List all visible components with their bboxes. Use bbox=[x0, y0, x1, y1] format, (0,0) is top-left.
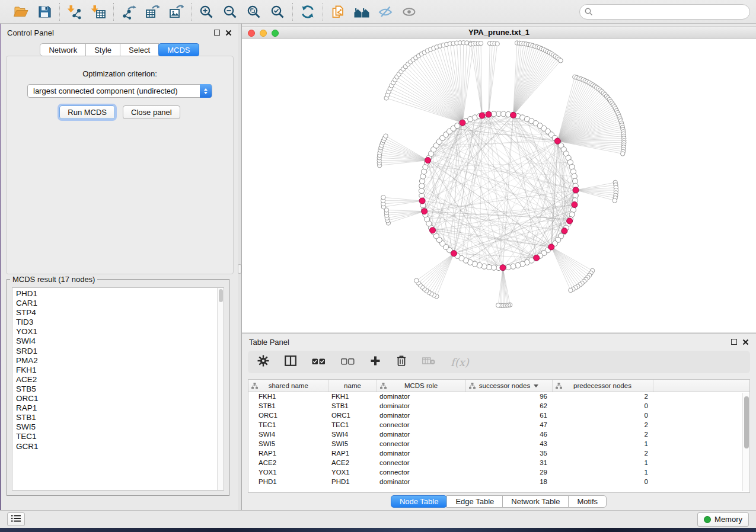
network-window-titlebar[interactable]: YPA_prune.txt_1 bbox=[242, 26, 756, 39]
hub-node[interactable] bbox=[419, 198, 425, 204]
table-row[interactable]: ACE2ACE2connector311 bbox=[248, 458, 750, 467]
mcds-result-item[interactable]: SWI5 bbox=[16, 422, 224, 432]
float-panel-icon[interactable] bbox=[214, 30, 220, 36]
tab-motifs[interactable]: Motifs bbox=[568, 495, 607, 508]
save-session-button[interactable] bbox=[35, 3, 54, 21]
mcds-list-scrollbar[interactable] bbox=[217, 288, 224, 490]
import-table-button[interactable] bbox=[89, 3, 108, 21]
tab-edge-table[interactable]: Edge Table bbox=[446, 495, 503, 508]
duplicate-network-button[interactable] bbox=[328, 3, 347, 21]
export-network-button[interactable] bbox=[119, 3, 138, 21]
hub-node[interactable] bbox=[562, 228, 567, 234]
split-table-button[interactable] bbox=[285, 355, 296, 368]
close-panel-icon[interactable] bbox=[225, 30, 232, 36]
leaf-node[interactable] bbox=[414, 278, 419, 283]
leaf-node[interactable] bbox=[384, 208, 388, 212]
tab-style[interactable]: Style bbox=[85, 43, 120, 56]
column-header-MCDS-role[interactable]: MCDS role bbox=[377, 380, 465, 392]
close-table-panel-icon[interactable] bbox=[742, 339, 749, 345]
table-row[interactable]: STB1STB1dominator620 bbox=[248, 401, 750, 411]
table-scrollbar-thumb[interactable] bbox=[744, 396, 749, 448]
select-all-button[interactable] bbox=[312, 357, 326, 367]
column-header-name[interactable]: name bbox=[328, 380, 377, 392]
mcds-result-item[interactable]: PMA2 bbox=[16, 356, 224, 366]
task-history-button[interactable] bbox=[7, 512, 25, 526]
table-settings-button[interactable] bbox=[257, 355, 269, 369]
hub-node[interactable] bbox=[534, 255, 540, 261]
tab-network[interactable]: Network bbox=[40, 43, 86, 56]
leaf-node[interactable] bbox=[613, 198, 617, 203]
panel-splitter[interactable] bbox=[238, 24, 242, 510]
hub-node[interactable] bbox=[548, 244, 554, 250]
hub-node[interactable] bbox=[451, 251, 457, 257]
mcds-result-item[interactable]: TID3 bbox=[16, 318, 224, 327]
zoom-fit-button[interactable] bbox=[244, 3, 263, 21]
leaf-node[interactable] bbox=[384, 134, 388, 138]
table-row[interactable]: YOX1YOX1connector291 bbox=[248, 467, 750, 477]
houses-button[interactable] bbox=[352, 3, 371, 21]
hub-node[interactable] bbox=[500, 265, 506, 271]
mcds-result-item[interactable]: STB1 bbox=[16, 413, 224, 422]
mcds-result-item[interactable]: FKH1 bbox=[16, 366, 224, 375]
leaf-node[interactable] bbox=[621, 152, 625, 156]
import-network-button[interactable] bbox=[65, 3, 84, 21]
zoom-out-button[interactable] bbox=[221, 3, 240, 21]
splitter-grip[interactable] bbox=[238, 264, 241, 274]
table-row[interactable]: SWI4SWI4dominator462 bbox=[248, 430, 750, 439]
zoom-selected-button[interactable] bbox=[268, 3, 287, 21]
hub-node[interactable] bbox=[572, 202, 578, 208]
mcds-result-item[interactable]: TEC1 bbox=[16, 432, 224, 441]
table-row[interactable]: TEC1TEC1connector472 bbox=[248, 420, 750, 430]
hub-node[interactable] bbox=[486, 111, 492, 117]
mcds-result-item[interactable]: RAP1 bbox=[16, 403, 224, 413]
memory-button[interactable]: Memory bbox=[697, 512, 749, 527]
tab-mcds[interactable]: MCDS bbox=[158, 43, 199, 56]
leaf-node[interactable] bbox=[569, 288, 573, 292]
export-table-button[interactable] bbox=[143, 3, 162, 21]
hub-node[interactable] bbox=[554, 138, 560, 144]
mcds-result-item[interactable]: CAR1 bbox=[16, 299, 224, 308]
run-mcds-button[interactable]: Run MCDS bbox=[59, 105, 115, 119]
mcds-result-item[interactable]: SWI4 bbox=[16, 336, 224, 346]
hub-node[interactable] bbox=[573, 187, 579, 193]
refresh-view-button[interactable] bbox=[298, 3, 317, 21]
mcds-result-item[interactable]: STP4 bbox=[16, 308, 224, 318]
column-header-shared-name[interactable]: shared name bbox=[248, 380, 328, 392]
tab-select[interactable]: Select bbox=[120, 43, 159, 56]
hub-node[interactable] bbox=[430, 227, 436, 233]
hide-selected-button[interactable] bbox=[376, 3, 395, 21]
leaf-node[interactable] bbox=[495, 41, 499, 46]
show-eye-button[interactable] bbox=[400, 3, 419, 21]
table-row[interactable]: RAP1RAP1dominator352 bbox=[248, 448, 750, 458]
open-session-button[interactable] bbox=[11, 3, 30, 21]
leaf-node[interactable] bbox=[381, 196, 385, 200]
mcds-result-item[interactable]: ACE2 bbox=[16, 375, 224, 384]
hub-node[interactable] bbox=[479, 113, 485, 118]
minimize-window-icon[interactable] bbox=[260, 30, 267, 37]
network-view[interactable] bbox=[242, 39, 756, 332]
float-table-panel-icon[interactable] bbox=[731, 339, 737, 345]
add-column-button[interactable] bbox=[370, 355, 381, 368]
ring-node[interactable] bbox=[491, 111, 496, 117]
export-image-button[interactable] bbox=[167, 3, 186, 21]
leaf-node[interactable] bbox=[496, 303, 500, 307]
mcds-result-item[interactable]: PHD1 bbox=[16, 289, 224, 299]
hub-node[interactable] bbox=[511, 112, 516, 118]
zoom-in-button[interactable] bbox=[197, 3, 216, 21]
delete-column-button[interactable] bbox=[396, 355, 407, 369]
table-row[interactable]: FKH1FKH1dominator962 bbox=[248, 392, 750, 401]
table-row[interactable]: PHD1PHD1dominator180 bbox=[248, 477, 750, 486]
mcds-result-item[interactable]: SRD1 bbox=[16, 347, 224, 356]
table-scrollbar[interactable] bbox=[742, 393, 749, 491]
leaf-node[interactable] bbox=[559, 59, 563, 63]
mcds-result-item[interactable]: ORC1 bbox=[16, 394, 224, 403]
column-header-predecessor-nodes[interactable]: predecessor nodes bbox=[552, 380, 653, 392]
table-row[interactable]: SWI5SWI5connector431 bbox=[248, 439, 750, 448]
hub-node[interactable] bbox=[422, 209, 428, 214]
zoom-window-icon[interactable] bbox=[272, 30, 279, 37]
mcds-result-item[interactable]: STB5 bbox=[16, 384, 224, 394]
hub-node[interactable] bbox=[460, 120, 465, 126]
column-header-successor-nodes[interactable]: successor nodes bbox=[465, 380, 552, 392]
table-row[interactable]: ORC1ORC1dominator610 bbox=[248, 411, 750, 420]
tab-network-table[interactable]: Network Table bbox=[502, 495, 569, 508]
